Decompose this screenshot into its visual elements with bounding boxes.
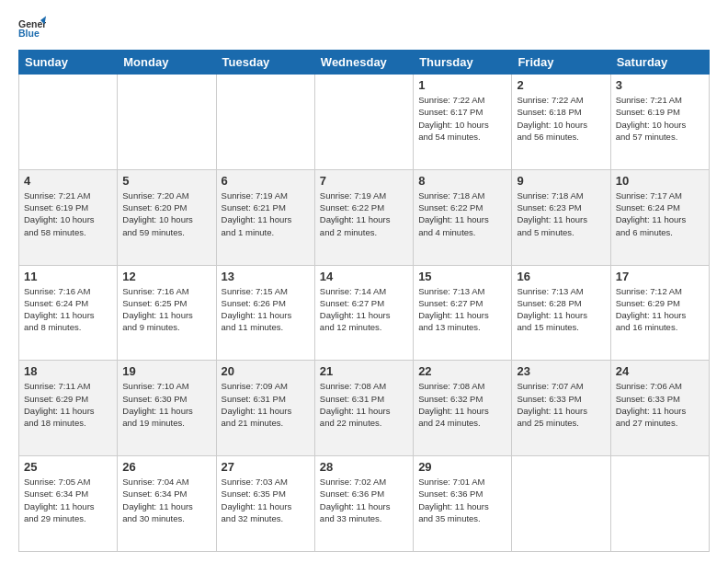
day-info: Sunrise: 7:09 AMSunset: 6:31 PMDaylight:… bbox=[222, 380, 310, 429]
day-info: Sunrise: 7:18 AMSunset: 6:22 PMDaylight:… bbox=[418, 190, 506, 238]
day-number: 1 bbox=[418, 78, 506, 92]
calendar-cell: 2Sunrise: 7:22 AMSunset: 6:18 PMDaylight… bbox=[512, 75, 610, 170]
calendar-cell bbox=[19, 75, 118, 170]
calendar-cell: 23Sunrise: 7:07 AMSunset: 6:33 PMDayligh… bbox=[512, 361, 610, 456]
calendar-cell: 6Sunrise: 7:19 AMSunset: 6:21 PMDaylight… bbox=[216, 169, 314, 265]
day-number: 13 bbox=[222, 270, 310, 283]
day-number: 5 bbox=[122, 174, 210, 188]
calendar-cell: 9Sunrise: 7:18 AMSunset: 6:23 PMDaylight… bbox=[512, 169, 610, 265]
day-number: 21 bbox=[320, 364, 408, 378]
day-info: Sunrise: 7:05 AMSunset: 6:34 PMDaylight:… bbox=[24, 476, 112, 524]
calendar-cell: 14Sunrise: 7:14 AMSunset: 6:27 PMDayligh… bbox=[314, 265, 413, 361]
weekday-header: Wednesday bbox=[314, 51, 413, 75]
page: General Blue SundayMondayTuesdayWednesda… bbox=[0, 0, 728, 563]
day-info: Sunrise: 7:08 AMSunset: 6:32 PMDaylight:… bbox=[418, 380, 506, 429]
day-info: Sunrise: 7:21 AMSunset: 6:19 PMDaylight:… bbox=[616, 94, 704, 143]
day-info: Sunrise: 7:16 AMSunset: 6:24 PMDaylight:… bbox=[24, 285, 112, 334]
day-number: 6 bbox=[222, 174, 310, 188]
day-info: Sunrise: 7:12 AMSunset: 6:29 PMDaylight:… bbox=[616, 285, 704, 334]
day-info: Sunrise: 7:03 AMSunset: 6:35 PMDaylight:… bbox=[222, 476, 310, 524]
day-number: 16 bbox=[517, 270, 605, 283]
day-info: Sunrise: 7:11 AMSunset: 6:29 PMDaylight:… bbox=[24, 380, 112, 429]
day-info: Sunrise: 7:15 AMSunset: 6:26 PMDaylight:… bbox=[222, 285, 310, 334]
header: General Blue bbox=[18, 15, 710, 42]
logo: General Blue bbox=[18, 15, 50, 42]
day-number: 11 bbox=[24, 270, 112, 283]
calendar-cell: 24Sunrise: 7:06 AMSunset: 6:33 PMDayligh… bbox=[610, 361, 709, 456]
calendar-cell: 28Sunrise: 7:02 AMSunset: 6:36 PMDayligh… bbox=[314, 456, 413, 552]
calendar-cell bbox=[118, 75, 216, 170]
day-info: Sunrise: 7:22 AMSunset: 6:18 PMDaylight:… bbox=[517, 94, 605, 143]
day-info: Sunrise: 7:21 AMSunset: 6:19 PMDaylight:… bbox=[24, 190, 112, 238]
calendar-cell: 27Sunrise: 7:03 AMSunset: 6:35 PMDayligh… bbox=[216, 456, 314, 552]
day-number: 3 bbox=[616, 78, 704, 92]
day-number: 20 bbox=[222, 364, 310, 378]
weekday-header: Monday bbox=[118, 51, 216, 75]
day-number: 27 bbox=[222, 460, 310, 474]
calendar-cell: 10Sunrise: 7:17 AMSunset: 6:24 PMDayligh… bbox=[610, 169, 709, 265]
calendar-cell: 22Sunrise: 7:08 AMSunset: 6:32 PMDayligh… bbox=[414, 361, 512, 456]
calendar-cell: 16Sunrise: 7:13 AMSunset: 6:28 PMDayligh… bbox=[512, 265, 610, 361]
calendar-cell: 7Sunrise: 7:19 AMSunset: 6:22 PMDaylight… bbox=[314, 169, 413, 265]
day-info: Sunrise: 7:01 AMSunset: 6:36 PMDaylight:… bbox=[418, 476, 506, 524]
calendar-cell bbox=[610, 456, 709, 552]
logo-icon: General Blue bbox=[18, 15, 46, 42]
calendar-table: SundayMondayTuesdayWednesdayThursdayFrid… bbox=[18, 50, 710, 552]
day-number: 26 bbox=[122, 460, 210, 474]
day-number: 23 bbox=[517, 364, 605, 378]
weekday-header: Sunday bbox=[19, 51, 118, 75]
day-info: Sunrise: 7:06 AMSunset: 6:33 PMDaylight:… bbox=[616, 380, 704, 429]
day-number: 9 bbox=[517, 174, 605, 188]
day-number: 4 bbox=[24, 174, 112, 188]
day-number: 17 bbox=[616, 270, 704, 283]
day-number: 8 bbox=[418, 174, 506, 188]
day-number: 25 bbox=[24, 460, 112, 474]
day-info: Sunrise: 7:20 AMSunset: 6:20 PMDaylight:… bbox=[122, 190, 210, 238]
calendar-cell: 8Sunrise: 7:18 AMSunset: 6:22 PMDaylight… bbox=[414, 169, 512, 265]
calendar-cell: 13Sunrise: 7:15 AMSunset: 6:26 PMDayligh… bbox=[216, 265, 314, 361]
weekday-header: Saturday bbox=[610, 51, 709, 75]
weekday-header: Friday bbox=[512, 51, 610, 75]
calendar-cell: 26Sunrise: 7:04 AMSunset: 6:34 PMDayligh… bbox=[118, 456, 216, 552]
day-number: 24 bbox=[616, 364, 704, 378]
day-number: 22 bbox=[418, 364, 506, 378]
day-info: Sunrise: 7:13 AMSunset: 6:27 PMDaylight:… bbox=[418, 285, 506, 334]
calendar-cell: 1Sunrise: 7:22 AMSunset: 6:17 PMDaylight… bbox=[414, 75, 512, 170]
calendar-cell: 12Sunrise: 7:16 AMSunset: 6:25 PMDayligh… bbox=[118, 265, 216, 361]
day-info: Sunrise: 7:14 AMSunset: 6:27 PMDaylight:… bbox=[320, 285, 408, 334]
day-number: 15 bbox=[418, 270, 506, 283]
calendar-cell: 17Sunrise: 7:12 AMSunset: 6:29 PMDayligh… bbox=[610, 265, 709, 361]
calendar-cell bbox=[512, 456, 610, 552]
calendar-cell: 29Sunrise: 7:01 AMSunset: 6:36 PMDayligh… bbox=[414, 456, 512, 552]
day-info: Sunrise: 7:18 AMSunset: 6:23 PMDaylight:… bbox=[517, 190, 605, 238]
calendar-cell: 18Sunrise: 7:11 AMSunset: 6:29 PMDayligh… bbox=[19, 361, 118, 456]
calendar-cell: 15Sunrise: 7:13 AMSunset: 6:27 PMDayligh… bbox=[414, 265, 512, 361]
day-number: 14 bbox=[320, 270, 408, 283]
day-info: Sunrise: 7:07 AMSunset: 6:33 PMDaylight:… bbox=[517, 380, 605, 429]
calendar-cell: 25Sunrise: 7:05 AMSunset: 6:34 PMDayligh… bbox=[19, 456, 118, 552]
day-number: 29 bbox=[418, 460, 506, 474]
calendar-cell bbox=[216, 75, 314, 170]
calendar-cell: 4Sunrise: 7:21 AMSunset: 6:19 PMDaylight… bbox=[19, 169, 118, 265]
day-number: 7 bbox=[320, 174, 408, 188]
day-info: Sunrise: 7:17 AMSunset: 6:24 PMDaylight:… bbox=[616, 190, 704, 238]
day-info: Sunrise: 7:13 AMSunset: 6:28 PMDaylight:… bbox=[517, 285, 605, 334]
calendar-cell: 11Sunrise: 7:16 AMSunset: 6:24 PMDayligh… bbox=[19, 265, 118, 361]
weekday-header: Thursday bbox=[414, 51, 512, 75]
day-info: Sunrise: 7:08 AMSunset: 6:31 PMDaylight:… bbox=[320, 380, 408, 429]
day-number: 19 bbox=[122, 364, 210, 378]
day-info: Sunrise: 7:10 AMSunset: 6:30 PMDaylight:… bbox=[122, 380, 210, 429]
day-number: 10 bbox=[616, 174, 704, 188]
day-number: 18 bbox=[24, 364, 112, 378]
day-number: 2 bbox=[517, 78, 605, 92]
day-info: Sunrise: 7:19 AMSunset: 6:22 PMDaylight:… bbox=[320, 190, 408, 238]
calendar-cell: 5Sunrise: 7:20 AMSunset: 6:20 PMDaylight… bbox=[118, 169, 216, 265]
calendar-cell: 3Sunrise: 7:21 AMSunset: 6:19 PMDaylight… bbox=[610, 75, 709, 170]
day-info: Sunrise: 7:22 AMSunset: 6:17 PMDaylight:… bbox=[418, 94, 506, 143]
weekday-header: Tuesday bbox=[216, 51, 314, 75]
day-info: Sunrise: 7:19 AMSunset: 6:21 PMDaylight:… bbox=[222, 190, 310, 238]
svg-text:Blue: Blue bbox=[18, 28, 40, 39]
day-info: Sunrise: 7:16 AMSunset: 6:25 PMDaylight:… bbox=[122, 285, 210, 334]
day-number: 12 bbox=[122, 270, 210, 283]
day-info: Sunrise: 7:02 AMSunset: 6:36 PMDaylight:… bbox=[320, 476, 408, 524]
